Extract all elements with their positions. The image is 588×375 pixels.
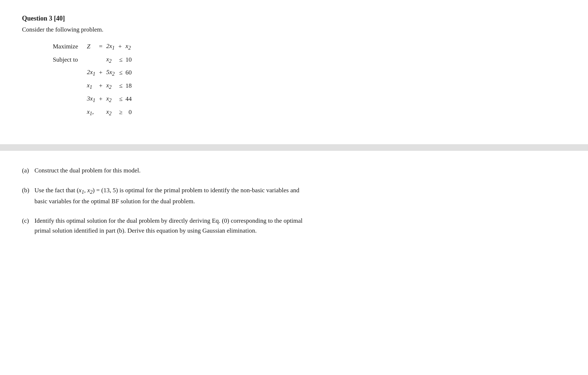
part-a-block: (a) Construct the dual problem for this … <box>22 165 566 175</box>
part-a-text: Construct the dual problem for this mode… <box>34 165 566 175</box>
objective-ineq <box>133 40 137 53</box>
nn-lhs1: x1, <box>85 106 97 119</box>
subject-to-row: Subject to x2 ≤ 10 <box>51 53 140 66</box>
c3-lhs1: x1 <box>85 79 97 92</box>
consider-text: Consider the following problem. <box>22 26 566 33</box>
c3-rhs: 18 <box>124 79 133 92</box>
c2-lhs2: 5x2 <box>105 66 116 79</box>
part-c-line: (c) Identify this optimal solution for t… <box>22 216 566 226</box>
c2-ineq: ≤ <box>116 66 124 79</box>
c4-ineq: ≤ <box>116 92 124 106</box>
c1-rhs: 10 <box>124 53 133 66</box>
nn-ineq: ≥ <box>116 106 124 119</box>
part-b-label: (b) <box>22 185 34 196</box>
c4-lhs2: x2 <box>105 92 116 106</box>
section-divider <box>0 144 588 151</box>
part-b-text: Use the fact that (x1, x2) = (13, 5) is … <box>34 185 566 196</box>
part-c-continuation: primal solution identified in part (b). … <box>34 226 566 236</box>
part-b-block: (b) Use the fact that (x1, x2) = (13, 5)… <box>22 185 566 206</box>
objective-eq: = <box>97 40 105 53</box>
part-b-line: (b) Use the fact that (x1, x2) = (13, 5)… <box>22 185 566 196</box>
c1-lhs1 <box>85 53 97 66</box>
c3-lhs2: x2 <box>105 79 116 92</box>
part-a-label: (a) <box>22 165 34 175</box>
maximize-row: Maximize Z = 2x1 + x2 <box>51 40 140 53</box>
part-a-line: (a) Construct the dual problem for this … <box>22 165 566 175</box>
question-title: Question 3 [40] <box>22 15 566 22</box>
part-b-continuation: basic variables for the optimal BF solut… <box>34 196 566 206</box>
c3-ineq: ≤ <box>116 79 124 92</box>
constraint-3-row: x1 + x2 ≤ 18 <box>51 79 140 92</box>
objective-rhs <box>137 40 140 53</box>
lp-formulation: Maximize Z = 2x1 + x2 Subject to x2 ≤ 1 <box>51 40 140 119</box>
c3-empty <box>51 79 85 92</box>
objective-term1: 2x1 <box>105 40 116 53</box>
part-c-text: Identify this optimal solution for the d… <box>34 216 566 226</box>
nn-rhs: 0 <box>124 106 133 119</box>
objective-plus: + <box>116 40 124 53</box>
c2-lhs1: 2x1 <box>85 66 97 79</box>
nn-empty <box>51 106 85 119</box>
c1-ineq: ≤ <box>116 53 124 66</box>
part-c-label: (c) <box>22 216 34 226</box>
objective-term2: x2 <box>124 40 133 53</box>
nn-lhs2: x2 <box>105 106 116 119</box>
subject-to-label: Subject to <box>51 53 85 66</box>
c4-lhs1: 3x1 <box>85 92 97 106</box>
maximize-label: Maximize <box>51 40 85 53</box>
constraint-2-row: 2x1 + 5x2 ≤ 60 <box>51 66 140 79</box>
c2-empty <box>51 66 85 79</box>
c4-rhs: 44 <box>124 92 133 106</box>
bottom-section: (a) Construct the dual problem for this … <box>0 151 588 255</box>
part-c-block: (c) Identify this optimal solution for t… <box>22 216 566 236</box>
c1-op <box>97 53 105 66</box>
c4-op: + <box>97 92 105 106</box>
c2-rhs: 60 <box>124 66 133 79</box>
c1-lhs2: x2 <box>105 53 116 66</box>
top-section: Question 3 [40] Consider the following p… <box>0 0 588 130</box>
page: Question 3 [40] Consider the following p… <box>0 0 588 375</box>
objective-Z: Z <box>85 40 97 53</box>
question-parts: (a) Construct the dual problem for this … <box>22 165 566 240</box>
nn-op <box>97 106 105 119</box>
c2-op: + <box>97 66 105 79</box>
c3-op: + <box>97 79 105 92</box>
nonnegativity-row: x1, x2 ≥ 0 <box>51 106 140 119</box>
c4-empty <box>51 92 85 106</box>
constraint-4-row: 3x1 + x2 ≤ 44 <box>51 92 140 106</box>
